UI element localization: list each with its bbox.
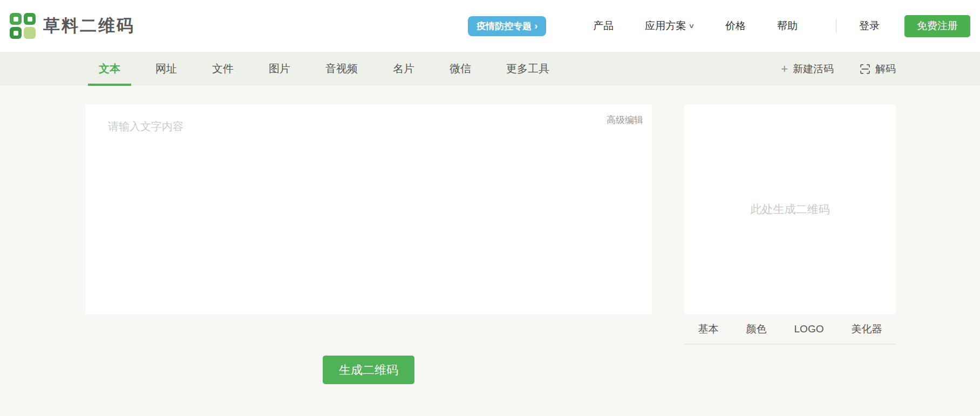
new-live-code-label: 新建活码 (793, 62, 834, 76)
tab-file[interactable]: 文件 (199, 52, 247, 86)
tab-text[interactable]: 文本 (85, 52, 134, 86)
scan-icon (860, 64, 870, 74)
nav-item-solutions[interactable]: 应用方案 ∨ (645, 19, 694, 33)
tab-more-tools[interactable]: 更多工具 (493, 52, 563, 86)
login-link[interactable]: 登录 (859, 19, 880, 33)
style-tab-logo[interactable]: LOGO (794, 323, 824, 335)
tab-business-card[interactable]: 名片 (379, 52, 428, 86)
promo-badge-label: 疫情防控专题 (477, 20, 532, 32)
tab-url[interactable]: 网址 (142, 52, 190, 86)
type-tabbar: 文本 网址 文件 图片 音视频 名片 微信 更多工具 + 新建活码 解码 (0, 52, 980, 86)
brand-name: 草料二维码 (43, 15, 135, 37)
arrow-right-icon: › (534, 21, 537, 32)
tab-image[interactable]: 图片 (255, 52, 304, 86)
nav-label: 帮助 (777, 19, 798, 33)
advanced-edit-link[interactable]: 高级编辑 (607, 114, 643, 126)
decode-button[interactable]: 解码 (860, 62, 896, 76)
nav-label: 应用方案 (645, 19, 686, 33)
logo-tile (24, 27, 36, 39)
qr-style-tabs: 基本 颜色 LOGO 美化器 (684, 315, 896, 344)
chevron-down-icon: ∨ (688, 22, 695, 30)
qr-preview-panel: 此处生成二维码 基本 颜色 LOGO 美化器 (684, 104, 896, 345)
nav-item-help[interactable]: 帮助 (777, 19, 798, 33)
header-divider (836, 19, 836, 33)
style-tab-color[interactable]: 颜色 (746, 322, 767, 336)
tab-wechat[interactable]: 微信 (436, 52, 485, 86)
style-tabs-divider (684, 344, 896, 345)
decode-label: 解码 (875, 62, 896, 76)
promo-badge-epidemic[interactable]: 疫情防控专题 › (468, 16, 546, 36)
generate-qr-button[interactable]: 生成二维码 (323, 356, 414, 384)
type-tabs: 文本 网址 文件 图片 音视频 名片 微信 更多工具 (85, 52, 571, 86)
header: 草料二维码 疫情防控专题 › 产品 应用方案 ∨ 价格 帮助 登录 免费注册 (0, 0, 980, 52)
nav-label: 价格 (725, 19, 746, 33)
style-tab-basic[interactable]: 基本 (698, 322, 719, 336)
logo-tile (24, 13, 36, 25)
text-input[interactable] (85, 104, 652, 315)
tabbar-actions: + 新建活码 解码 (781, 52, 896, 86)
register-button[interactable]: 免费注册 (904, 15, 970, 37)
logo-tile (10, 27, 22, 39)
main-content: 高级编辑 此处生成二维码 基本 颜色 LOGO 美化器 生成二维码 (85, 104, 896, 384)
new-live-code-button[interactable]: + 新建活码 (781, 62, 834, 76)
qr-preview-card: 此处生成二维码 (684, 104, 896, 315)
qr-placeholder-text: 此处生成二维码 (751, 202, 830, 217)
qr-logo-icon (10, 13, 36, 39)
tab-audio-video[interactable]: 音视频 (312, 52, 371, 86)
brand-logo[interactable]: 草料二维码 (10, 13, 135, 39)
text-editor-card: 高级编辑 (85, 104, 652, 315)
style-tab-beautifier[interactable]: 美化器 (851, 322, 882, 336)
nav-item-products[interactable]: 产品 (593, 19, 614, 33)
nav-item-pricing[interactable]: 价格 (725, 19, 746, 33)
plus-icon: + (781, 63, 788, 75)
nav-label: 产品 (593, 19, 614, 33)
logo-tile (10, 13, 22, 25)
